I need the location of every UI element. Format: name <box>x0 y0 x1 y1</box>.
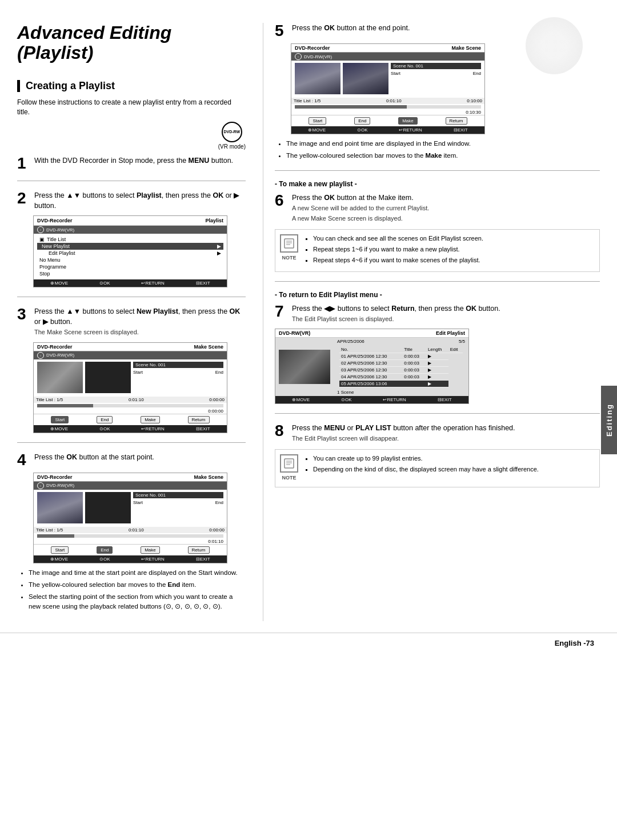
note-icon-6 <box>280 234 298 253</box>
progress-fill-3 <box>37 404 93 407</box>
step-1-text: With the DVD Recorder in Stop mode, pres… <box>34 155 246 166</box>
step-3-header: 3 Press the ▲▼ buttons to select New Pla… <box>17 306 246 337</box>
page-title: Advanced Editing (Playlist) <box>17 23 246 63</box>
video-thumb-start-4 <box>37 492 83 523</box>
btn-make-5[interactable]: Make <box>398 117 418 125</box>
btn-make-4[interactable]: Make <box>141 546 160 554</box>
note-item-6-3: Repeat steps 4~6 if you want to make sce… <box>313 256 595 265</box>
title-list-row-4: Title List : 1/5 0:01:10 0:00:00 <box>34 527 227 533</box>
screen-dvd-row: ○ DVD-RW(VR) <box>34 226 227 234</box>
progress-bar-4 <box>37 534 223 538</box>
screen-footer: ⊕MOVE ⊙OK ↩RETURN ⊟EXIT <box>34 279 227 287</box>
make-scene-buttons-3: Start End Make Return <box>34 414 227 425</box>
divider-6 <box>275 281 600 282</box>
btn-start-3[interactable]: Start <box>51 416 69 423</box>
btn-end-5[interactable]: End <box>354 117 370 125</box>
note-icon-wrapper: NOTE <box>280 234 298 267</box>
note-icon-8 <box>280 454 298 473</box>
make-scene-screen-step3: DVD-Recorder Make Scene ○ DVD-RW(VR) <box>33 342 227 433</box>
step-7-sub: The Edit Playlist screen is displayed. <box>292 315 394 322</box>
menu-item-editplaylist: Edit Playlist ▶ <box>37 250 223 257</box>
ep-header: DVD-RW(VR) Edit Playlist <box>275 329 468 338</box>
step-4-header: 4 Press the OK button at the start point… <box>17 452 246 468</box>
note-box-8: NOTE You can create up to 99 playlist en… <box>275 449 600 487</box>
btn-return-3[interactable]: Return <box>188 416 210 423</box>
progress-bar-3 <box>37 404 223 407</box>
step-5-header: 5 Press the OK button at the end point. <box>275 23 600 39</box>
make-scene-header-4: DVD-Recorder Make Scene <box>34 473 227 482</box>
make-scene-content-3: Scene No. 001 Start End <box>34 359 227 395</box>
bullet-5-2: The yellow-coloured selection bar moves … <box>286 151 600 161</box>
scene-no-bar-3: Scene No. 001 <box>133 362 223 368</box>
note-item-8-2: Depending on the kind of disc, the displ… <box>313 465 595 474</box>
progress-time-4: 0:01:10 <box>34 539 227 544</box>
note-svg <box>283 238 295 249</box>
step-4-block: 4 Press the OK button at the start point… <box>17 452 246 612</box>
right-column: 5 Press the OK button at the end point. … <box>263 23 600 621</box>
step-8-text: Press the MENU or PLAY LIST button after… <box>292 423 600 443</box>
scene-no-bar-4: Scene No. 001 <box>133 492 223 498</box>
note-icon-wrapper-8: NOTE <box>280 454 298 482</box>
section-heading: Creating a Playlist <box>17 80 246 92</box>
step5-bullets: The image and end point time are display… <box>275 139 600 161</box>
step-2-header: 2 Press the ▲▼ buttons to select Playlis… <box>17 190 246 211</box>
dvd-row-5: ○ DVD-RW(VR) <box>291 53 484 61</box>
progress-bar-5 <box>295 105 481 109</box>
note-content-6: You can check and see all the scenes on … <box>303 234 595 267</box>
step-6-block: 6 Press the OK button at the Make item. … <box>275 193 600 272</box>
dvd-rw-icon: DVD-RW <box>222 122 242 142</box>
scene-info-4: Scene No. 001 Start End <box>133 492 223 523</box>
menu-item-titlelist: ▣ Title List <box>37 236 223 243</box>
btn-end-4[interactable]: End <box>97 546 113 554</box>
time-info-4: Start End <box>133 500 223 505</box>
step-2-number: 2 <box>17 190 30 206</box>
make-scene-buttons-4: Start End Make Return <box>34 544 227 555</box>
page-number: English -73 <box>555 639 594 647</box>
left-column: Advanced Editing (Playlist) Creating a P… <box>17 23 263 621</box>
progress-fill-5 <box>295 105 407 109</box>
make-scene-header-5: DVD-Recorder Make Scene <box>291 44 484 53</box>
step-5-block: 5 Press the OK button at the end point. … <box>275 23 600 161</box>
btn-make-3[interactable]: Make <box>141 416 160 423</box>
make-scene-content-4: Scene No. 001 Start End <box>34 490 227 526</box>
dvd-badge: DVD-RW (VR mode) <box>218 122 246 150</box>
btn-return-4[interactable]: Return <box>188 546 210 554</box>
note-item-8-1: You can create up to 99 playlist entries… <box>313 454 595 463</box>
svg-rect-0 <box>285 239 294 248</box>
ep-date-row: APR/25/2006 5/5 No. Title Length <box>275 338 468 396</box>
footer-4: ⊕MOVE ⊙OK ↩RETURN ⊟EXIT <box>34 555 227 563</box>
ep-row-2: 02 APR/25/2006 12:30 0:00:03 ▶ <box>339 359 463 366</box>
page-container: Editing Advanced Editing (Playlist) Crea… <box>0 0 617 840</box>
make-scene-buttons-5: Start End Make Return <box>291 115 484 126</box>
make-scene-screen-step5: DVD-Recorder Make Scene ○ DVD-RW(VR) <box>291 43 485 134</box>
screen-body: ▣ Title List New Playlist ▶ Edit Playlis… <box>34 234 227 279</box>
dvd-small-icon: ○ <box>37 226 44 233</box>
screen-header: DVD-Recorder Playlist <box>34 216 227 226</box>
btn-end-3[interactable]: End <box>97 416 113 423</box>
step-3-number: 3 <box>17 306 30 322</box>
video-thumb-start-3 <box>37 362 83 393</box>
note-content-8: You can create up to 99 playlist entries… <box>303 454 595 482</box>
ep-row-4: 04 APR/25/2006 12:30 0:00:03 ▶ <box>339 373 463 380</box>
footer-5: ⊕MOVE ⊙OK ↩RETURN ⊟EXIT <box>291 126 484 134</box>
btn-return-5[interactable]: Return <box>446 117 467 125</box>
progress-fill-4 <box>37 534 74 538</box>
bullet-4-2: The yellow-coloured selection bar moves … <box>29 580 246 590</box>
step-8-header: 8 Press the MENU or PLAY LIST button aft… <box>275 423 600 443</box>
step-7-number: 7 <box>275 303 287 319</box>
btn-start-4[interactable]: Start <box>51 546 69 554</box>
note-box-6: NOTE You can check and see all the scene… <box>275 229 600 272</box>
ep-row-3: 03 APR/25/2006 12:30 0:00:03 ▶ <box>339 366 463 373</box>
note-label-8: NOTE <box>282 475 296 481</box>
content-wrapper: Advanced Editing (Playlist) Creating a P… <box>0 23 617 653</box>
btn-start-5[interactable]: Start <box>308 117 326 125</box>
video-thumb-end-3 <box>85 362 131 393</box>
ep-thumb <box>279 350 330 384</box>
menu-item-programme: Programme <box>37 263 223 270</box>
make-scene-header-3: DVD-Recorder Make Scene <box>34 343 227 351</box>
step-6-sub2: A new Make Scene screen is displayed. <box>292 215 403 222</box>
edit-playlist-screen: DVD-RW(VR) Edit Playlist APR/25/2006 5/5 <box>275 329 469 404</box>
step-1-block: 1 With the DVD Recorder in Stop mode, pr… <box>17 155 246 171</box>
step-8-number: 8 <box>275 423 287 439</box>
time-info-5: Start End <box>391 71 481 76</box>
